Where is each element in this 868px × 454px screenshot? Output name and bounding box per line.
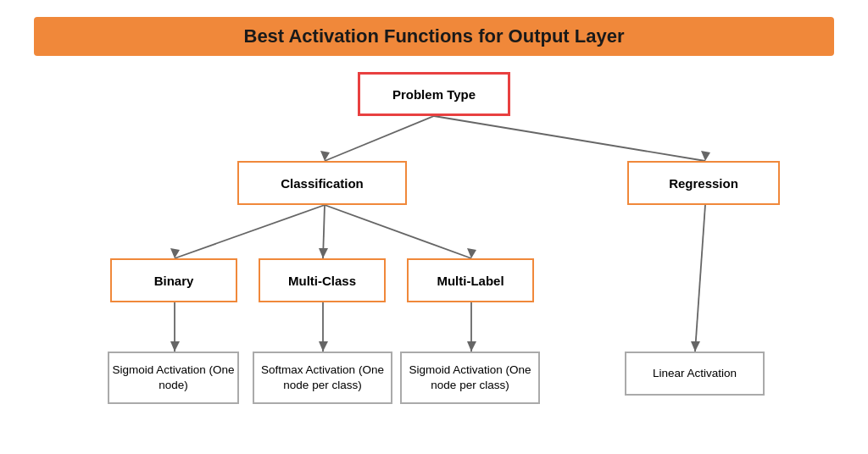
node-multiclass: Multi-Class [259, 258, 386, 302]
node-binary: Binary [110, 258, 237, 302]
svg-line-2 [434, 116, 705, 161]
node-multilabel: Multi-Label [407, 258, 534, 302]
node-sigmoid-binary: Sigmoid Activation (One node) [108, 352, 239, 404]
svg-marker-3 [701, 151, 710, 161]
svg-marker-13 [319, 341, 328, 352]
diagram-container: Best Activation Functions for Output Lay… [0, 0, 868, 454]
svg-line-4 [175, 205, 325, 258]
svg-line-8 [325, 205, 471, 258]
title-bar: Best Activation Functions for Output Lay… [34, 17, 834, 56]
svg-marker-9 [467, 248, 476, 258]
svg-line-6 [323, 205, 325, 258]
node-sigmoid-ml: Sigmoid Activation (One node per class) [400, 352, 540, 404]
node-problem-type: Problem Type [358, 72, 510, 116]
title-text: Best Activation Functions for Output Lay… [244, 25, 625, 47]
svg-marker-1 [320, 151, 330, 161]
svg-marker-7 [319, 248, 328, 258]
svg-marker-17 [691, 341, 700, 352]
svg-line-16 [695, 205, 705, 352]
svg-marker-11 [170, 341, 180, 352]
node-regression: Regression [627, 161, 780, 205]
svg-line-0 [325, 116, 434, 161]
node-classification: Classification [237, 161, 407, 205]
svg-marker-5 [170, 248, 180, 258]
svg-marker-15 [467, 341, 476, 352]
node-softmax: Softmax Activation (One node per class) [253, 352, 392, 404]
node-linear-activation: Linear Activation [625, 352, 765, 396]
